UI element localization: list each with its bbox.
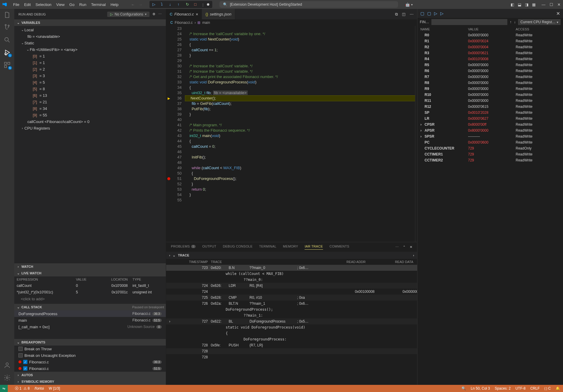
editor-body[interactable]: ▶ 23242526272829303132333435363738394041… bbox=[166, 26, 417, 242]
breakpoint-item[interactable]: ✓ Fibonacci.c51:5 bbox=[14, 365, 166, 372]
variables-section-header[interactable]: ⌄ VARIABLES bbox=[14, 19, 166, 26]
command-center[interactable]: 🔍 [Extension Development Host] GettingSt… bbox=[219, 1, 398, 8]
reg-icon-2[interactable]: ▢ bbox=[427, 11, 431, 16]
split-editor-icon[interactable]: ◫ bbox=[402, 12, 406, 16]
toggle-panel-icon[interactable]: ⬓ bbox=[518, 2, 521, 7]
register-row[interactable]: ›CPSR 0x8000'00ffReadWrite bbox=[417, 122, 563, 127]
explorer-icon[interactable] bbox=[4, 11, 11, 18]
problems-status[interactable]: ⓧ 1 ⚠ 8 bbox=[15, 386, 30, 391]
register-view-select[interactable]: Current CPU Regist… ▾ bbox=[518, 19, 561, 25]
callstack-frame[interactable]: [_call_main + 0xc]Unknown Source0 bbox=[14, 323, 166, 330]
var-fib-array[interactable]: ⌄Fib <Utilities\Fib> = <array> bbox=[14, 46, 166, 53]
panel-tab-output[interactable]: OUTPUT bbox=[202, 245, 216, 250]
breakpoint-glyph-icon[interactable] bbox=[167, 177, 170, 180]
reg-icon-4[interactable]: ▷ bbox=[440, 11, 444, 16]
reg-icon-3[interactable]: ▷ bbox=[434, 11, 437, 16]
panel-tab-problems[interactable]: PROBLEMS9 bbox=[171, 245, 196, 250]
register-row[interactable]: R5 0x0000'0000ReadWrite bbox=[417, 62, 563, 68]
register-row[interactable]: R4 0x0010'0008ReadWrite bbox=[417, 56, 563, 62]
trace-row[interactable]: 723 0x620:B.N??main_0; 0x6… bbox=[166, 265, 417, 271]
menu-go[interactable]: Go bbox=[67, 1, 77, 8]
register-row[interactable]: R7 0x0000'0000ReadWrite bbox=[417, 74, 563, 80]
watch-section-header[interactable]: › WATCH bbox=[14, 263, 166, 270]
checkbox[interactable]: ✓ bbox=[23, 360, 27, 364]
trace-row[interactable]: ›727 0x622:BLDoForegroundProcess; 0x5… bbox=[166, 318, 417, 324]
cursor-position[interactable]: Ln 50, Col 3 bbox=[471, 386, 490, 391]
status-w[interactable]: W [1/3] bbox=[49, 386, 60, 391]
settings-gear-icon[interactable] bbox=[4, 374, 11, 381]
stop-icon[interactable]: □ bbox=[194, 2, 199, 7]
breadcrumb[interactable]: C Fibonacci.c › ⊞ main bbox=[166, 19, 417, 26]
customize-layout-icon[interactable]: ▦ bbox=[532, 2, 536, 7]
menu-selection[interactable]: Selection bbox=[33, 1, 54, 8]
copilot-icon[interactable]: 🤖 bbox=[405, 2, 410, 7]
symbolic-memory-section-header[interactable]: › SYMBOLIC MEMORY bbox=[14, 378, 166, 385]
panel-close-icon[interactable]: ✕ bbox=[410, 245, 412, 249]
find-prev-icon[interactable]: ↑ bbox=[510, 20, 511, 24]
language-status[interactable]: { } C bbox=[545, 386, 551, 391]
menu-terminal[interactable]: Terminal bbox=[89, 1, 108, 8]
register-row[interactable]: R3 0x0000'0621ReadWrite bbox=[417, 50, 563, 56]
register-row[interactable]: ›APSR 0x8000'0000ReadWrite bbox=[417, 127, 563, 133]
step-into-icon[interactable]: ↓ bbox=[169, 2, 174, 7]
var-fib-element[interactable]: [3] = 3 bbox=[14, 72, 166, 79]
run-debug-icon[interactable]: 1 bbox=[4, 49, 11, 56]
checkbox[interactable] bbox=[18, 353, 23, 357]
find-next-icon[interactable]: ↓ bbox=[514, 20, 516, 24]
panel-tab-comments[interactable]: COMMENTS bbox=[330, 245, 350, 250]
glyph-margin[interactable]: ▶ bbox=[166, 26, 171, 242]
register-row[interactable]: CYCLECOUNTER 729ReadOnly bbox=[417, 145, 563, 151]
reg-icon-1[interactable]: ▢ bbox=[420, 11, 424, 16]
source-control-icon[interactable] bbox=[4, 24, 11, 31]
register-row[interactable]: R6 0x0000'0000ReadWrite bbox=[417, 68, 563, 74]
editor-tab[interactable]: {}settings.json bbox=[202, 9, 235, 19]
status-fontsi[interactable]: /fontsi bbox=[35, 386, 44, 391]
panel-maximize-icon[interactable]: ⌃ bbox=[403, 245, 406, 249]
notifications-icon[interactable]: 🔔 bbox=[556, 386, 560, 391]
remote-indicator[interactable]: ⇋ bbox=[0, 385, 8, 392]
var-fib-element[interactable]: [7] = 21 bbox=[14, 99, 166, 105]
expand-icon[interactable]: › bbox=[169, 253, 170, 257]
compare-icon[interactable]: ⧉ bbox=[395, 12, 398, 17]
copilot-chevron-icon[interactable]: ▾ bbox=[411, 3, 413, 6]
step-over-icon[interactable]: ⤵ bbox=[161, 2, 166, 7]
debug-config-select[interactable]: ▷ No Configurations ▾ bbox=[107, 12, 149, 17]
register-row[interactable]: CCTIMER2 729ReadWrite bbox=[417, 157, 563, 163]
register-row[interactable]: R9 0x0000'0000ReadWrite bbox=[417, 86, 563, 92]
indent-status[interactable]: Spaces: 2 bbox=[495, 386, 511, 391]
trace-row[interactable]: 728 0x00102028 0x00000000 bbox=[166, 354, 417, 360]
toggle-primary-sidebar-icon[interactable]: ◧ bbox=[511, 2, 514, 7]
zoom-icon[interactable]: 🔍 bbox=[461, 386, 466, 391]
livewatch-cell[interactable]: *(uint32_t*)(0x10'001c) bbox=[14, 289, 74, 295]
search-nav-icon[interactable] bbox=[4, 36, 11, 43]
eol-status[interactable]: CRLF bbox=[530, 386, 539, 391]
menu-view[interactable]: View bbox=[54, 1, 67, 8]
trace-row[interactable]: 726 0x62a:BLT.N??main_1; 0x6… bbox=[166, 301, 417, 307]
checkbox[interactable] bbox=[18, 347, 23, 351]
more-icon[interactable]: ⋯ bbox=[158, 12, 162, 16]
register-row[interactable]: R12 0x0000'0615ReadWrite bbox=[417, 104, 563, 110]
var-fib-element[interactable]: [1] = 1 bbox=[14, 59, 166, 66]
var-fib-element[interactable]: [6] = 13 bbox=[14, 92, 166, 99]
close-icon[interactable]: ✕ bbox=[557, 2, 561, 7]
bp-break-on-throw[interactable]: Break on Throw bbox=[14, 346, 166, 352]
nav-back-icon[interactable]: ← bbox=[131, 2, 135, 7]
panel-tab-memory[interactable]: MEMORY bbox=[283, 245, 298, 250]
var-callcount[interactable]: callCount <Fibonacci\callCount> = 0 bbox=[14, 118, 166, 125]
extensions-icon[interactable]: 5 bbox=[4, 61, 11, 69]
editor-tab[interactable]: CFibonacci.c× bbox=[166, 9, 202, 19]
trace-next-icon[interactable]: › bbox=[413, 253, 414, 257]
scope-static[interactable]: ⌄Static bbox=[14, 40, 166, 46]
var-fib[interactable]: fib = <unavailable> bbox=[14, 33, 166, 40]
checkbox[interactable]: ✓ bbox=[23, 366, 27, 371]
panel-more-icon[interactable]: ⋯ bbox=[395, 245, 399, 249]
restart-icon[interactable]: ↻ bbox=[186, 2, 191, 7]
overview-ruler[interactable] bbox=[415, 26, 417, 242]
more-actions-icon[interactable]: ⋯ bbox=[410, 12, 414, 16]
menu-run[interactable]: Run bbox=[77, 1, 89, 8]
var-fib-element[interactable]: [8] = 34 bbox=[14, 105, 166, 112]
panel-tab-debug-console[interactable]: DEBUG CONSOLE bbox=[223, 245, 252, 250]
register-row[interactable]: R0 0x0000'0000ReadWrite bbox=[417, 32, 563, 38]
continue-icon[interactable]: ▷ bbox=[152, 2, 157, 7]
register-row[interactable]: SP 0x0010'2028ReadWrite bbox=[417, 110, 563, 116]
